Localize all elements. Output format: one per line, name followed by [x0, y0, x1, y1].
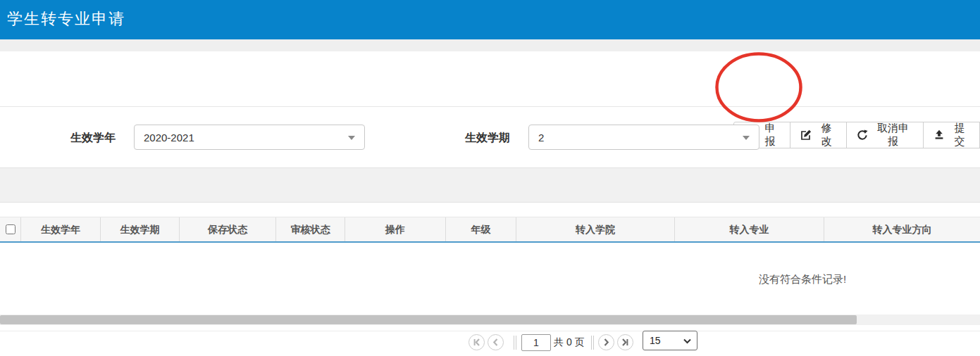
column-header-target-major-direction: 转入专业方向: [824, 217, 980, 241]
first-page-icon: [473, 338, 480, 346]
table-header: 生效学年 生效学期 保存状态 审核状态 操作 年级 转入学院 转入专业 转入专业…: [0, 217, 980, 243]
dropdown-arrow-icon: [348, 136, 355, 140]
cancel-declare-button[interactable]: 取消申报: [846, 122, 924, 148]
button-label: 提交: [950, 122, 969, 148]
toolbar: € 申报 修改 取消申报: [0, 51, 980, 107]
page: 学生转专业申请 € 申报 修改: [0, 0, 980, 356]
prev-page-button[interactable]: [488, 334, 504, 350]
last-page-button[interactable]: [617, 334, 633, 350]
page-total-label: 共 0 页: [554, 336, 585, 349]
column-header-operation: 操作: [345, 217, 446, 241]
effective-term-label: 生效学期: [465, 131, 510, 146]
button-label: 修改: [817, 122, 836, 148]
button-label: 取消申报: [873, 122, 913, 148]
titlebar: 学生转专业申请: [0, 0, 980, 39]
dropdown-arrow-icon: [743, 136, 750, 140]
first-page-button[interactable]: [469, 334, 485, 350]
empty-records-message: 没有符合条件记录!: [759, 273, 846, 286]
edit-icon: [800, 129, 812, 141]
last-page-icon: [621, 338, 629, 346]
next-page-icon: [602, 338, 610, 346]
column-header-grade: 年级: [446, 217, 516, 241]
select-value: 2: [529, 132, 544, 144]
page-title: 学生转专业申请: [0, 0, 980, 38]
column-header-target-major: 转入专业: [675, 217, 824, 241]
button-label: 申报: [760, 122, 780, 148]
page-size-select[interactable]: 15: [643, 331, 697, 350]
select-all-cell: [0, 217, 21, 241]
column-header-save-status: 保存状态: [180, 217, 276, 241]
page-number-input[interactable]: [521, 334, 551, 351]
page-size-value: 15: [643, 335, 661, 346]
prev-page-icon: [492, 338, 500, 346]
column-header-effective-term: 生效学期: [101, 217, 180, 241]
scrollbar-thumb[interactable]: [0, 315, 857, 324]
header-substrip: [0, 39, 980, 51]
effective-year-label: 生效学年: [70, 131, 116, 146]
column-header-target-college: 转入学院: [516, 217, 675, 241]
select-value: 2020-2021: [135, 132, 194, 144]
pager-divider: [514, 336, 516, 350]
chevron-down-icon: [683, 338, 691, 344]
effective-term-select[interactable]: 2: [528, 125, 759, 150]
select-all-checkbox[interactable]: [6, 224, 15, 234]
horizontal-scrollbar[interactable]: [0, 314, 980, 325]
modify-button[interactable]: 修改: [790, 122, 847, 148]
refresh-icon: [857, 129, 868, 141]
pager-divider: [591, 336, 594, 350]
effective-year-select[interactable]: 2020-2021: [134, 125, 365, 150]
pager-top-divider: [0, 331, 980, 331]
column-header-review-status: 审核状态: [276, 217, 345, 241]
toolbar-button-group: € 申报 修改 取消申报: [733, 122, 980, 148]
submit-button[interactable]: 提交: [923, 122, 980, 148]
collapsed-panel-strip: [0, 167, 980, 203]
next-page-button[interactable]: [598, 334, 614, 350]
upload-icon: [934, 129, 945, 141]
column-header-effective-year: 生效学年: [21, 217, 101, 241]
